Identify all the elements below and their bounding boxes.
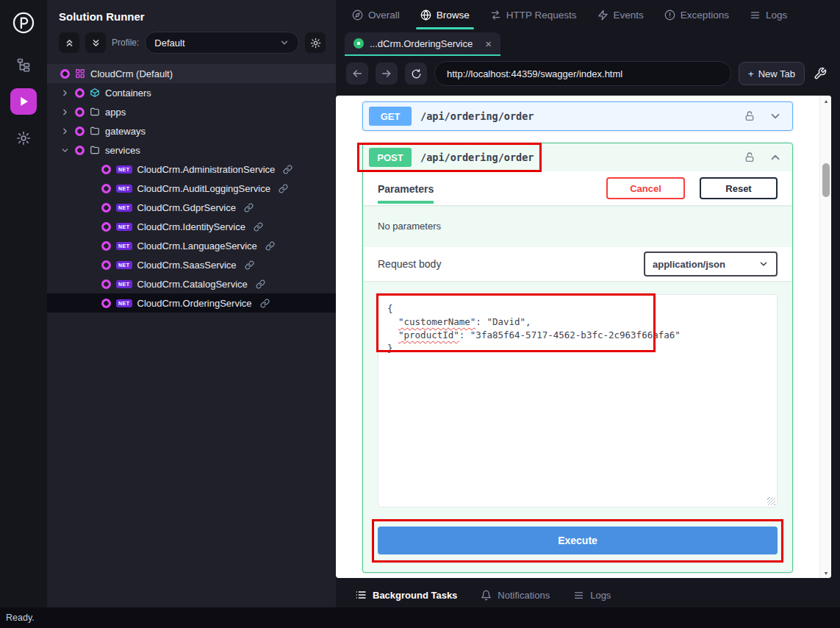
reset-button[interactable]: Reset [700,177,778,199]
scrollbar-thumb[interactable] [822,163,830,197]
lock-icon[interactable] [744,110,755,122]
tree-item-services[interactable]: services [47,140,336,160]
browser-tab-strip: ...dCrm.OrderingService × [336,29,840,56]
tab-browse[interactable]: Browse [420,0,470,29]
tree-item-root[interactable]: CloudCrm (Default) [47,64,336,83]
link-icon [256,279,265,289]
tools-button[interactable] [812,67,828,80]
status-dot-icon [101,222,111,232]
content-type-value: application/json [653,259,725,270]
globe-icon [420,10,431,21]
link-icon [245,260,254,270]
settings-gear-icon[interactable] [10,125,37,151]
chevron-up-icon[interactable] [769,151,782,164]
background-tasks-button[interactable]: Background Tasks [355,589,457,601]
status-text: Ready. [6,613,35,623]
execute-button[interactable]: Execute [378,527,778,554]
tree-item-service[interactable]: NET CloudCrm.CatalogService [47,274,336,293]
chevron-down-icon [758,259,769,269]
scroll-up-icon[interactable]: ▲ [820,96,831,105]
tab-logs[interactable]: Logs [750,0,787,29]
opblock-post-header[interactable]: POST /api/ordering/order [363,143,792,171]
tree-item-service[interactable]: NET CloudCrm.LanguageService [47,236,336,255]
resize-handle[interactable] [767,497,775,505]
refresh-button[interactable] [405,63,427,85]
tree-item-service[interactable]: NET CloudCrm.AuditLoggingService [47,179,336,198]
scrollbar[interactable]: ▲ ▼ [819,96,831,578]
main-panel: Overall Browse HTTP Requests Events Exce… [336,0,840,607]
parameters-tab[interactable]: Parameters [378,173,434,204]
menu-lines-icon [750,10,761,21]
tree-item-gateways[interactable]: gateways [47,121,336,140]
tree-view-icon[interactable] [10,51,37,78]
link-icon [265,241,275,251]
alert-circle-icon [664,10,675,21]
dotnet-badge-icon: NET [116,261,132,269]
forward-button[interactable] [376,63,398,85]
app-window: Solution Runner Profile: Default [0,0,840,628]
swagger-page: GET /api/ordering/order POST [336,96,831,578]
url-input[interactable]: http://localhost:44359/swagger/index.htm… [434,61,731,86]
profile-dropdown[interactable]: Default [145,32,299,54]
chevron-down-icon[interactable] [60,146,70,155]
json-key: "productId" [398,329,459,340]
tree-item-service[interactable]: NET CloudCrm.GdprService [47,198,336,217]
run-button[interactable] [10,88,37,115]
tab-close-icon[interactable]: × [485,38,492,50]
request-body-editor[interactable]: { "customerName": "David", "productId": … [378,294,778,507]
annotation-box-execute: Execute [378,527,778,554]
tab-overall[interactable]: Overall [352,0,400,29]
opblock-get: GET /api/ordering/order [362,101,793,131]
json-value: : "David", [475,316,531,327]
tree-item-service[interactable]: NET CloudCrm.IdentityService [47,217,336,236]
profile-value: Default [154,38,184,49]
lock-icon[interactable] [744,151,755,163]
status-dot-icon [60,69,70,79]
notifications-button[interactable]: Notifications [481,590,550,601]
new-tab-button[interactable]: + New Tab [739,62,805,85]
chevron-right-icon[interactable] [60,88,70,98]
tree-item-service[interactable]: NET CloudCrm.SaasService [47,255,336,274]
tree-item-containers[interactable]: Containers [47,83,336,102]
status-dot-icon [101,260,111,270]
folder-icon [90,107,100,117]
no-parameters-text: No parameters [363,205,792,247]
app-logo-icon [8,7,39,38]
tree-item-label: CloudCrm.IdentityService [137,221,245,232]
tree-item-apps[interactable]: apps [47,102,336,121]
status-dot-icon [101,279,111,289]
get-method-badge: GET [369,107,412,126]
status-bar: Ready. [0,607,840,628]
opblock-get-header[interactable]: GET /api/ordering/order [363,102,792,130]
tab-exceptions[interactable]: Exceptions [664,0,729,29]
expand-all-button[interactable] [85,32,106,53]
chevron-right-icon[interactable] [60,126,70,136]
tab-events[interactable]: Events [597,0,644,29]
scroll-down-icon[interactable]: ▼ [820,568,831,577]
logs-button[interactable]: Logs [573,590,611,601]
main-row: Solution Runner Profile: Default [0,0,840,607]
content-type-dropdown[interactable]: application/json [644,251,778,276]
collapse-all-button[interactable] [59,32,79,53]
tab-http-requests[interactable]: HTTP Requests [490,0,577,29]
tree-item-service-selected[interactable]: NET CloudCrm.OrderingService [47,293,336,313]
execute-section: Execute [363,507,792,572]
dotnet-badge-icon: NET [116,165,132,174]
chevron-right-icon[interactable] [60,107,70,117]
folder-icon [90,145,100,155]
bottom-bar-label: Notifications [498,590,550,601]
tree-item-label: CloudCrm.CatalogService [137,279,248,290]
profile-settings-button[interactable] [305,32,326,53]
browser-tab[interactable]: ...dCrm.OrderingService × [345,32,500,56]
new-tab-label: New Tab [758,68,795,79]
link-icon [254,222,263,232]
json-line: "customerName": "David", [387,315,768,329]
containers-icon [90,88,100,98]
tab-label: Logs [766,10,787,21]
tree-item-service[interactable]: NET CloudCrm.AdministrationService [47,160,336,179]
tab-label: Browse [437,10,470,21]
cancel-button[interactable]: Cancel [606,177,685,199]
chevron-down-icon[interactable] [769,110,782,123]
back-button[interactable] [346,63,368,85]
tree-item-label: CloudCrm.SaasService [137,260,237,271]
